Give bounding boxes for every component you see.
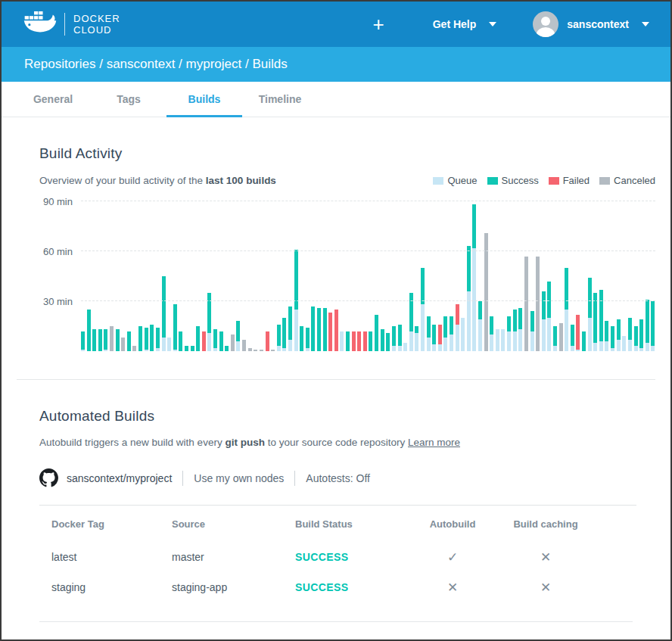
build-bar[interactable] [461,318,465,351]
nodes-setting[interactable]: Use my own nodes [194,472,284,484]
build-bar[interactable] [162,276,166,351]
tab-general[interactable]: General [15,82,91,117]
cross-icon[interactable]: ✕ [540,550,551,565]
build-bar[interactable] [593,293,597,351]
build-bar[interactable] [571,325,574,351]
build-bar[interactable] [266,331,269,351]
user-menu[interactable]: sanscontext [567,18,629,30]
build-bar[interactable] [472,204,476,351]
build-bar[interactable] [231,335,235,351]
build-bar[interactable] [375,315,378,351]
build-bar[interactable] [501,329,505,351]
build-bar[interactable] [646,300,649,351]
build-bar[interactable] [248,348,252,351]
build-bar[interactable] [92,329,96,351]
build-bar[interactable] [588,278,592,351]
build-bar[interactable] [213,329,217,351]
build-bar[interactable] [363,331,367,351]
build-bar[interactable] [207,293,211,351]
build-bar[interactable] [438,325,442,351]
build-status-link[interactable]: SUCCESS [295,581,348,593]
build-bar[interactable] [311,306,315,351]
build-bar[interactable] [467,246,471,351]
build-bar[interactable] [496,329,499,351]
build-bar[interactable] [236,321,240,351]
build-bar[interactable] [398,325,402,351]
build-bar[interactable] [179,331,182,351]
learn-more-link[interactable]: Learn more [408,437,460,448]
build-bar[interactable] [150,325,154,351]
build-bar[interactable] [328,313,332,351]
cross-icon[interactable]: ✕ [447,580,458,595]
build-bar[interactable] [403,343,407,351]
tab-timeline[interactable]: Timeline [242,82,318,117]
build-bar[interactable] [352,331,356,351]
build-bar[interactable] [547,282,551,351]
build-bar[interactable] [185,346,188,351]
build-bar[interactable] [490,316,493,351]
autotests-setting[interactable]: Autotests: Off [306,472,370,484]
check-icon[interactable]: ✓ [447,550,458,565]
build-bar[interactable] [282,318,286,351]
build-bar[interactable] [116,329,120,351]
build-bar[interactable] [605,321,608,351]
build-bar[interactable] [443,316,447,351]
build-bar[interactable] [145,328,148,351]
build-bar[interactable] [617,319,621,351]
build-bar[interactable] [628,318,632,351]
tab-tags[interactable]: Tags [91,82,166,117]
build-status-link[interactable]: SUCCESS [295,551,348,563]
build-bar[interactable] [369,331,372,351]
get-help-menu[interactable]: Get Help [433,18,497,30]
build-bar[interactable] [340,331,344,351]
build-bar[interactable] [456,304,459,351]
add-button[interactable]: + [373,14,384,34]
build-bar[interactable] [87,310,91,351]
build-bar[interactable] [242,340,246,351]
build-bar[interactable] [651,301,655,351]
tab-builds[interactable]: Builds [166,82,242,117]
build-bar[interactable] [288,306,292,351]
build-bar[interactable] [196,326,200,351]
build-bar[interactable] [622,336,626,351]
build-bar[interactable] [225,346,229,351]
build-bar[interactable] [334,310,338,351]
build-bar[interactable] [409,293,413,351]
build-bar[interactable] [381,329,384,351]
cross-icon[interactable]: ✕ [540,580,551,595]
build-bar[interactable] [110,326,114,351]
build-bar[interactable] [306,328,310,351]
build-bar[interactable] [191,346,194,351]
build-bar[interactable] [507,316,511,351]
build-bar[interactable] [421,268,425,351]
build-bar[interactable] [392,326,396,351]
avatar[interactable] [533,11,558,37]
build-bar[interactable] [202,331,206,351]
build-bar[interactable] [611,326,614,351]
build-bar[interactable] [357,331,361,351]
build-bar[interactable] [323,308,327,351]
breadcrumb[interactable]: Repositories / sanscontext / myproject /… [2,47,670,82]
build-bar[interactable] [427,316,431,351]
build-bar[interactable] [386,333,390,351]
build-bar[interactable] [530,311,534,351]
build-bar[interactable] [254,350,257,351]
build-bar[interactable] [576,315,580,351]
build-bar[interactable] [121,338,125,351]
build-bar[interactable] [415,326,418,351]
build-bar[interactable] [271,350,275,351]
build-bar[interactable] [260,350,263,351]
build-bar[interactable] [599,290,603,351]
build-bar[interactable] [518,308,522,351]
build-bar[interactable] [167,338,171,351]
build-bar[interactable] [132,346,136,351]
build-bar[interactable] [81,331,85,351]
build-bar[interactable] [536,257,540,351]
build-bar[interactable] [478,301,482,351]
chevron-down-icon[interactable] [642,22,649,26]
build-bar[interactable] [317,308,321,351]
build-bar[interactable] [565,268,568,351]
build-bar[interactable] [156,328,160,351]
docker-cloud-logo[interactable]: DOCKER CLOUD [23,11,120,38]
build-bar[interactable] [634,326,638,351]
